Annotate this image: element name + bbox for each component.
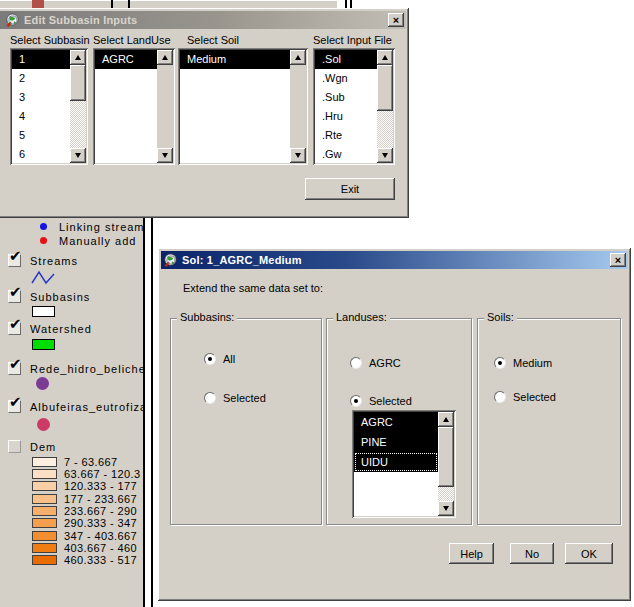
subbasins-groupbox: Subbasins: All Selected	[170, 318, 322, 525]
landuse-listbox[interactable]: AGRC	[93, 48, 175, 165]
list-item[interactable]: Medium	[180, 50, 290, 69]
list-item[interactable]: .Sub	[315, 88, 377, 107]
list-item[interactable]: 3	[12, 88, 70, 107]
subbasins-selected-label[interactable]: Selected	[223, 392, 266, 404]
check-icon: ✔	[9, 355, 22, 373]
scrollbar-thumb[interactable]	[438, 427, 454, 487]
dem-class-row: 403.667 - 460	[32, 542, 137, 553]
rede-hidro-checkbox[interactable]: ✔	[8, 362, 21, 375]
watershed-polygon-symbol	[32, 339, 55, 350]
sol-dialog-close-button[interactable]: ×	[610, 253, 626, 267]
check-icon: ✔	[9, 247, 22, 265]
edit-subbasin-inputs-dialog: Edit Subbasin Inputs × Select Subbasin S…	[0, 8, 409, 218]
legend-label-dem: Dem	[30, 441, 56, 453]
list-item[interactable]: .Rte	[315, 126, 377, 145]
dem-swatch	[32, 531, 57, 541]
subbasins-all-label[interactable]: All	[223, 353, 235, 365]
dem-swatch	[32, 469, 57, 479]
list-item[interactable]: AGRC	[95, 50, 157, 69]
scrollbar-thumb[interactable]	[377, 65, 393, 111]
sol-dialog-titlebar[interactable]: Sol: 1_AGRC_Medium ×	[161, 251, 628, 269]
landuses-agrc-radio[interactable]	[350, 357, 362, 369]
list-item[interactable]: UIDU	[354, 452, 438, 472]
subbasins-all-radio[interactable]	[204, 353, 216, 365]
edit-dialog-title: Edit Subbasin Inputs	[24, 14, 137, 26]
sol-dialog-title: Sol: 1_AGRC_Medium	[182, 254, 302, 266]
subbasins-checkbox[interactable]: ✔	[8, 290, 21, 303]
check-icon: ✔	[9, 393, 22, 411]
label-select-landuse: Select LandUse	[93, 34, 171, 46]
list-item[interactable]: .Wgn	[315, 69, 377, 88]
list-item[interactable]: 2	[12, 69, 70, 88]
dem-class-label: 120.333 - 177	[64, 480, 137, 492]
scroll-up-button[interactable]	[290, 50, 306, 65]
input-file-listbox[interactable]: .Sol .Wgn .Sub .Hru .Rte .Gw	[313, 48, 395, 165]
label-select-soil: Select Soil	[187, 34, 239, 46]
subbasin-listbox[interactable]: 1 2 3 4 5 6	[10, 48, 88, 165]
help-button[interactable]: Help	[449, 543, 494, 564]
dem-class-row: 290.333 - 347	[32, 517, 137, 528]
dem-class-label: 403.667 - 460	[64, 542, 137, 554]
list-item[interactable]: AGRC	[354, 412, 438, 432]
landuses-selection-listbox[interactable]: AGRC PINE UIDU	[352, 410, 456, 518]
legend-label-linking-stream: Linking stream	[59, 221, 143, 233]
scroll-down-button[interactable]	[70, 148, 86, 163]
dem-checkbox[interactable]	[8, 440, 21, 453]
list-item[interactable]: .Gw	[315, 145, 377, 163]
map-border-line	[151, 218, 153, 607]
list-item[interactable]: 1	[12, 50, 70, 69]
subbasins-selected-radio[interactable]	[204, 392, 216, 404]
scroll-up-button[interactable]	[70, 50, 86, 65]
dem-class-row: 63.667 - 120.3	[32, 468, 141, 479]
dem-class-label: 290.333 - 347	[64, 517, 137, 529]
landuses-selected-label[interactable]: Selected	[369, 395, 412, 407]
dem-class-label: 347 - 403.667	[64, 530, 137, 542]
table-of-contents-panel: Linking stream Manually add ✔ Streams ✔ …	[0, 218, 143, 607]
soils-selected-label[interactable]: Selected	[513, 391, 556, 403]
edit-dialog-close-button[interactable]: ×	[388, 13, 404, 27]
dem-class-label: 233.667 - 290	[64, 505, 137, 517]
soils-medium-radio[interactable]	[494, 357, 506, 369]
landuses-agrc-label[interactable]: AGRC	[369, 357, 401, 369]
edit-dialog-titlebar[interactable]: Edit Subbasin Inputs ×	[0, 11, 406, 29]
soil-listbox[interactable]: Medium	[178, 48, 308, 165]
legend-label-watershed: Watershed	[30, 323, 92, 335]
list-item[interactable]: PINE	[354, 432, 438, 452]
arcview-app-icon	[163, 253, 178, 268]
albufeiras-checkbox[interactable]: ✔	[8, 400, 21, 413]
list-item[interactable]: 5	[12, 126, 70, 145]
list-item[interactable]: .Hru	[315, 107, 377, 126]
arcview-app-icon	[5, 13, 20, 28]
scrollbar-thumb[interactable]	[70, 65, 86, 101]
scroll-up-button[interactable]	[377, 50, 393, 65]
list-item[interactable]: .Sol	[315, 50, 377, 69]
no-button[interactable]: No	[510, 543, 554, 564]
landuses-selected-radio[interactable]	[350, 395, 362, 407]
watershed-checkbox[interactable]: ✔	[8, 322, 21, 335]
subbasin-scrollbar[interactable]	[70, 50, 86, 163]
list-item[interactable]: 4	[12, 107, 70, 126]
scroll-down-button[interactable]	[377, 148, 393, 163]
landuse-scrollbar[interactable]	[157, 50, 173, 163]
input-file-scrollbar[interactable]	[377, 50, 393, 163]
legend-label-streams: Streams	[30, 255, 78, 267]
scroll-up-button[interactable]	[157, 50, 173, 65]
scroll-down-button[interactable]	[438, 501, 454, 516]
soils-selected-radio[interactable]	[494, 391, 506, 403]
soils-groupbox: Soils: Medium Selected	[477, 318, 621, 525]
scroll-down-button[interactable]	[157, 148, 173, 163]
subbasins-group-label: Subbasins:	[177, 311, 237, 323]
dem-class-row: 120.333 - 177	[32, 480, 137, 491]
dem-class-row: 7 - 63.667	[32, 456, 118, 467]
soil-scrollbar[interactable]	[290, 50, 306, 163]
ok-button[interactable]: OK	[565, 543, 613, 564]
scroll-down-button[interactable]	[290, 148, 306, 163]
dem-class-label: 7 - 63.667	[64, 456, 118, 468]
scroll-up-button[interactable]	[438, 412, 454, 427]
list-item[interactable]: 6	[12, 145, 70, 163]
soils-medium-label[interactable]: Medium	[513, 357, 552, 369]
dem-class-row: 460.333 - 517	[32, 554, 137, 565]
streams-checkbox[interactable]: ✔	[8, 254, 21, 267]
exit-button[interactable]: Exit	[305, 178, 395, 200]
landuses-list-scrollbar[interactable]	[438, 412, 454, 516]
